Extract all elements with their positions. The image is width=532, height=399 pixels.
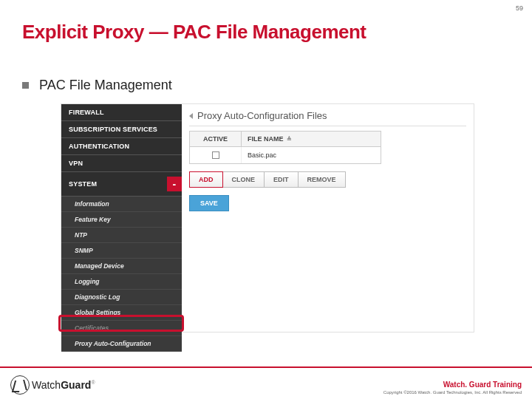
divider xyxy=(189,126,466,126)
copyright: Copyright ©2016 Watch. Guard Technologie… xyxy=(383,390,522,395)
bullet-row: PAC File Management xyxy=(22,78,172,93)
app-screenshot: FIREWALL SUBSCRIPTION SERVICES AUTHENTIC… xyxy=(61,103,474,332)
cell-filename: Basic.pac xyxy=(242,147,381,163)
footer-right: Watch. Guard Training Copyright ©2016 Wa… xyxy=(383,381,522,395)
cell-active xyxy=(190,147,242,163)
slide-title: Explicit Proxy — PAC File Management xyxy=(22,21,366,44)
sidebar-sub-logging[interactable]: Logging xyxy=(61,274,182,290)
sidebar-subitems: Information Feature Key NTP SNMP Managed… xyxy=(61,197,182,352)
bullet-text: PAC File Management xyxy=(39,78,172,93)
active-checkbox[interactable] xyxy=(212,151,219,159)
action-button-row: ADD CLONE EDIT REMOVE xyxy=(189,171,466,188)
bullet-square-icon xyxy=(22,82,29,89)
footer: WatchGuard® Watch. Guard Training Copyri… xyxy=(0,366,532,399)
add-button[interactable]: ADD xyxy=(189,171,223,188)
panel-header: Proxy Auto-Configuration Files xyxy=(189,110,466,121)
table-row[interactable]: Basic.pac xyxy=(190,147,381,163)
registered-icon: ® xyxy=(91,380,95,385)
sidebar-sub-managed-device[interactable]: Managed Device xyxy=(61,259,182,274)
panel-title: Proxy Auto-Configuration Files xyxy=(197,110,327,121)
sidebar-sub-information[interactable]: Information xyxy=(61,197,182,212)
clone-button[interactable]: CLONE xyxy=(223,171,265,188)
sidebar-sub-global-settings[interactable]: Global Settings xyxy=(61,305,182,321)
edit-button[interactable]: EDIT xyxy=(265,171,299,188)
sidebar-sub-diagnostic-log[interactable]: Diagnostic Log xyxy=(61,290,182,305)
save-button[interactable]: SAVE xyxy=(189,195,229,211)
sidebar-item-system-label: SYSTEM xyxy=(69,180,97,188)
sidebar-sub-proxy-auto-configuration[interactable]: Proxy Auto-Configuration xyxy=(61,336,182,352)
remove-button[interactable]: REMOVE xyxy=(299,171,346,188)
col-filename[interactable]: FILE NAME ≜ xyxy=(242,132,381,146)
sidebar-item-system[interactable]: SYSTEM - xyxy=(61,172,182,197)
sidebar-sub-certificates[interactable]: Certificates xyxy=(61,321,182,336)
table-header: ACTIVE FILE NAME ≜ xyxy=(190,132,381,147)
collapse-icon[interactable]: - xyxy=(167,177,182,191)
watchguard-logo: WatchGuard® xyxy=(10,375,95,395)
sidebar-item-vpn[interactable]: VPN xyxy=(61,155,182,172)
sidebar-sub-ntp[interactable]: NTP xyxy=(61,228,182,243)
content-panel: Proxy Auto-Configuration Files ACTIVE FI… xyxy=(182,104,474,332)
training-label: Watch. Guard Training xyxy=(383,381,522,389)
sidebar: FIREWALL SUBSCRIPTION SERVICES AUTHENTIC… xyxy=(61,104,182,332)
sidebar-sub-snmp[interactable]: SNMP xyxy=(61,243,182,259)
logo-watch: Watch xyxy=(32,379,61,391)
sort-icon: ≜ xyxy=(287,136,292,143)
logo-guard: Guard xyxy=(61,379,91,391)
sidebar-item-firewall[interactable]: FIREWALL xyxy=(61,104,182,121)
col-active[interactable]: ACTIVE xyxy=(190,132,242,146)
page-number: 59 xyxy=(516,4,523,12)
col-filename-label: FILE NAME xyxy=(248,135,284,143)
logo-ring-icon xyxy=(10,375,30,395)
sidebar-item-subscription-services[interactable]: SUBSCRIPTION SERVICES xyxy=(61,121,182,138)
logo-text: WatchGuard® xyxy=(32,379,95,391)
sidebar-sub-feature-key[interactable]: Feature Key xyxy=(61,212,182,228)
pac-file-table: ACTIVE FILE NAME ≜ Basic.pac xyxy=(189,131,381,164)
collapse-arrow-icon[interactable] xyxy=(189,113,193,119)
sidebar-item-authentication[interactable]: AUTHENTICATION xyxy=(61,138,182,155)
